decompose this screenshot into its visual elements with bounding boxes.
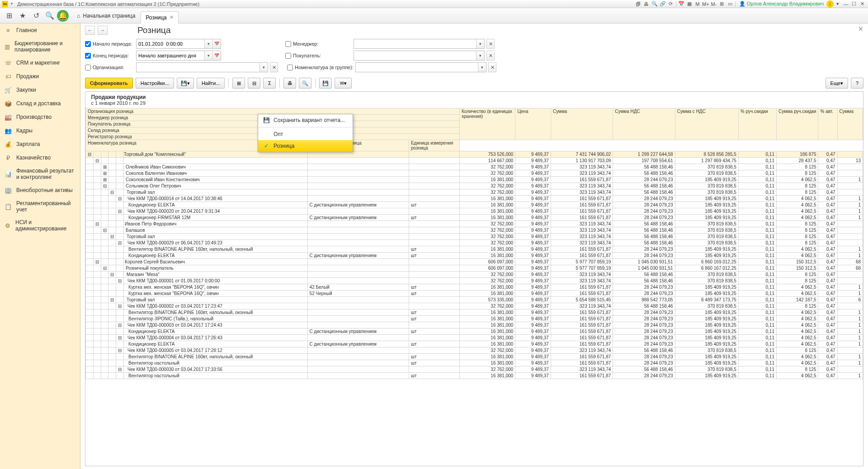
collapse-icon[interactable]: ⊟ (101, 265, 108, 272)
sidebar-item-salary[interactable]: 💰Зарплата (0, 137, 80, 151)
sidebar-item-fin[interactable]: 📊Финансовый результат и контроллинг (0, 164, 80, 183)
org-checkbox[interactable] (85, 65, 91, 70)
table-row[interactable]: ⊟Королев Сергей Васильевич606 097,0009 4… (86, 259, 863, 265)
collapse-icon[interactable]: ⊟ (116, 335, 124, 341)
collapse-icon[interactable]: ⊟ (108, 189, 116, 196)
find-button[interactable]: Найти... (197, 78, 225, 89)
collapse-icon[interactable]: ⊟ (93, 221, 101, 227)
sidebar-item-hr[interactable]: 👥Кадры (0, 124, 80, 137)
table-row[interactable]: Вентилятор настольныйшт16 381,0009 489,3… (86, 373, 863, 379)
expand-icon[interactable]: ⊞ (101, 177, 108, 183)
period-end-combo[interactable]: ▾ 📅 (136, 51, 221, 61)
sidebar-item-sales[interactable]: 🏷Продажи (0, 70, 80, 83)
print-button[interactable]: 🖶 (283, 78, 296, 89)
variant-dropdown-button[interactable]: 💾▾ (177, 78, 194, 89)
table-row[interactable]: ⊟Торговый зал32 762,0009 489,37323 119 3… (86, 234, 863, 240)
collapse-icon[interactable]: ⊟ (116, 278, 124, 284)
sidebar-item-treasury[interactable]: ₽Казначейство (0, 151, 80, 164)
table-row[interactable]: ⊟114 667,0009 489,371 130 917 703,09197 … (86, 158, 863, 164)
window-icon[interactable]: ▭ (726, 0, 734, 8)
home-tab[interactable]: ⌂ Начальная страница (72, 13, 140, 19)
apps-icon[interactable]: ⊞ (3, 10, 15, 22)
m-plus-icon[interactable]: M+ (702, 0, 710, 8)
table-row[interactable]: Кондиционер ELEKTAС дистанционным управл… (86, 202, 863, 208)
dropdown-icon[interactable]: ▾ (204, 39, 212, 48)
table-row[interactable]: ⊟Чек ККМ ТД00-000014 от 14.04.2017 10:38… (86, 196, 863, 202)
refresh-icon[interactable]: ⟳ (667, 0, 675, 8)
preview-icon[interactable]: 🔍 (299, 78, 311, 89)
expand-icon[interactable]: ⊞ (101, 164, 108, 170)
tab-retail[interactable]: Розница ✕ (141, 11, 178, 24)
nomen-input[interactable] (356, 63, 478, 72)
sidebar-item-budget[interactable]: ▥Бюджетирование и планирование (0, 37, 80, 56)
collapse-icon[interactable]: ⊟ (108, 234, 116, 240)
table-row[interactable]: ⊟Магазин "Меха"32 762,0009 489,37323 119… (86, 272, 863, 278)
org-combo[interactable]: ▾ (136, 62, 268, 72)
table-row[interactable]: Кондиционер ELEKTAС дистанционным управл… (86, 328, 863, 335)
table-row[interactable]: Вентилятор JIPONIC (Тайв.), напольныйшт1… (86, 316, 863, 322)
table-row[interactable]: ⊟Чек ККМ ТД00-000004 от 03.04.2017 17:26… (86, 335, 863, 341)
sidebar-item-main[interactable]: ≡Главное (0, 23, 80, 37)
collapse-icon[interactable]: ⊟ (116, 240, 124, 246)
collapse-icon[interactable]: ⊟ (116, 322, 124, 328)
table-row[interactable]: ⊟Чек ККМ ТД00-000030 от 03.04.2017 17:33… (86, 366, 863, 373)
search-button[interactable]: 🔍 (43, 10, 56, 22)
nav-forward-button[interactable]: → (98, 26, 108, 35)
table-row[interactable]: Вентилятор BINATONE ALPINE 160вт, наполь… (86, 354, 863, 360)
collapse-icon[interactable]: ⊟ (116, 208, 124, 215)
link-icon[interactable]: 🔗 (659, 0, 667, 8)
table-row[interactable]: Вентилятор настольныйшт16 381,0009 489,3… (86, 360, 863, 366)
info-icon[interactable]: i (826, 0, 834, 8)
table-row[interactable]: ⊟Чек ККМ ТД00-000003 от 03.04.2017 17:24… (86, 322, 863, 328)
table-row[interactable]: Куртка мех. женская "ВЕРОНА 16Q", овчин4… (86, 284, 863, 291)
collapse-icon[interactable]: ⊟ (248, 78, 260, 89)
collapse-icon[interactable]: ⊟ (116, 347, 124, 354)
search-icon[interactable]: 🔍 (651, 0, 659, 8)
save-icon[interactable]: 💾 (319, 78, 332, 89)
menu-save-variant[interactable]: 💾Сохранить вариант отчета... (258, 114, 353, 126)
m-icon[interactable]: M (693, 0, 702, 8)
dropdown-icon[interactable]: ▾ (834, 0, 842, 8)
org-input[interactable] (137, 63, 259, 72)
sidebar-item-reg[interactable]: 📋Регламентированный учет (0, 197, 80, 216)
more-button[interactable]: Еще ▾ (826, 78, 848, 89)
buyer-input[interactable] (354, 51, 476, 60)
calendar-icon[interactable]: 📅 (677, 0, 685, 8)
buyer-checkbox[interactable] (285, 53, 291, 59)
calendar-icon[interactable]: 📅 (212, 51, 221, 60)
dropdown-icon[interactable]: ▾ (259, 63, 268, 72)
sidebar-item-nsi[interactable]: ⚙НСИ и администрирование (0, 216, 80, 235)
table-row[interactable]: ⊞Соколов Валентин Иванович32 762,0009 48… (86, 170, 863, 177)
table-row[interactable]: Кондиционер ELEKTAС дистанционным управл… (86, 253, 863, 259)
toolbar-icon[interactable]: 🗐 (634, 0, 642, 8)
manager-input[interactable] (354, 39, 476, 48)
dropdown-icon[interactable]: ▾ (476, 39, 484, 48)
nav-back-button[interactable]: ← (85, 26, 95, 35)
collapse-icon[interactable]: ⊟ (101, 227, 108, 234)
table-row[interactable]: ⊟Балашов32 762,0009 489,37323 119 343,74… (86, 227, 863, 234)
close-window-icon[interactable]: ✕ (858, 0, 866, 8)
buyer-combo[interactable]: ▾ (354, 51, 485, 61)
tab-close-icon[interactable]: ✕ (170, 14, 174, 20)
collapse-icon[interactable]: ⊟ (93, 158, 101, 164)
maximize-icon[interactable]: ☐ (850, 0, 858, 8)
collapse-icon[interactable]: ⊟ (101, 183, 108, 189)
table-row[interactable]: ⊟Чек ККМ ТД00-000005 от 03.04.2017 17:28… (86, 347, 863, 354)
period-start-checkbox[interactable] (85, 41, 91, 47)
period-start-input[interactable] (137, 39, 204, 48)
menu-opt-wholesale[interactable]: Опт (258, 128, 353, 140)
table-row[interactable]: ⊞Олейников Иван Симонович32 762,0009 489… (86, 164, 863, 170)
table-row[interactable]: Кондиционер ELEKTAС дистанционным управл… (86, 341, 863, 347)
nomen-combo[interactable]: ▾ (355, 62, 486, 72)
clear-icon[interactable]: ✕ (486, 39, 495, 49)
collapse-icon[interactable]: ⊟ (93, 259, 101, 265)
clear-icon[interactable]: ✕ (488, 62, 496, 72)
generate-button[interactable]: Сформировать (85, 78, 133, 89)
menu-opt-retail[interactable]: ✓Розница (258, 140, 353, 152)
collapse-icon[interactable]: ⊟ (108, 297, 116, 303)
collapse-icon[interactable]: ⊟ (108, 272, 116, 278)
calculator-icon[interactable]: ▦ (685, 0, 693, 8)
collapse-icon[interactable]: ⊟ (116, 196, 124, 202)
table-row[interactable]: ⊟Розничный покупатель606 097,0009 489,37… (86, 265, 863, 272)
table-row[interactable]: ⊟Сольников Олег Петрович32 762,0009 489,… (86, 183, 863, 189)
